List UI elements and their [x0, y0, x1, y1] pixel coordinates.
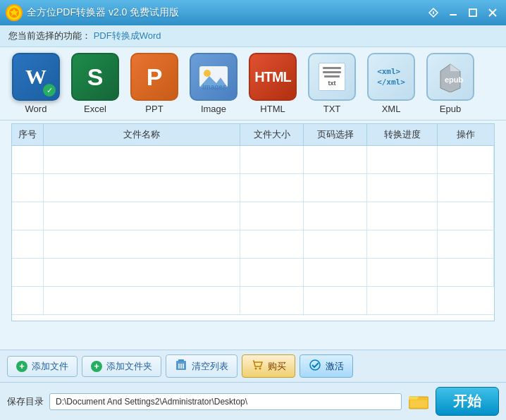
svg-point-21: [255, 368, 257, 370]
format-word[interactable]: W ✓ Word: [8, 53, 63, 114]
svg-rect-26: [410, 400, 427, 407]
table-empty-cell: [240, 146, 304, 174]
html-label: HTML: [260, 104, 285, 114]
image-icon-box[interactable]: images: [190, 53, 237, 101]
clear-list-button[interactable]: 清空列表: [166, 354, 237, 378]
word-icon-box[interactable]: W ✓: [12, 53, 60, 101]
table-empty-cell: [367, 230, 438, 259]
txt-icon-box[interactable]: txt: [308, 53, 356, 101]
table-empty-rows: [12, 146, 494, 315]
format-xml[interactable]: <xml> </xml> XML: [364, 53, 419, 114]
table-empty-cell: [240, 174, 304, 202]
svg-point-10: [204, 70, 211, 77]
start-label: 开始: [453, 393, 481, 409]
file-table: 序号 文件名称 文件大小 页码选择 转换进度 操作: [11, 123, 495, 321]
activate-label: 激活: [326, 360, 344, 373]
table-empty-cell: [12, 259, 44, 287]
table-empty-cell: [240, 202, 304, 230]
table-empty-cell: [12, 174, 44, 202]
col-filename: 文件名称: [44, 124, 240, 145]
svg-point-23: [310, 360, 320, 370]
ppt-icon-box[interactable]: P: [130, 53, 178, 101]
txt-line3: [324, 75, 340, 78]
svg-rect-6: [469, 9, 476, 16]
table-empty-cell: [367, 146, 438, 174]
buy-icon: [251, 359, 264, 373]
bottom-buttons: + 添加文件 + 添加文件夹 清空列表: [0, 350, 506, 382]
browse-folder-button[interactable]: [407, 392, 430, 412]
activate-button[interactable]: 激活: [300, 354, 353, 378]
col-number: 序号: [12, 124, 44, 145]
ppt-label: PPT: [145, 104, 163, 114]
table-empty-cell: [438, 174, 494, 202]
epub-svg: epub: [435, 61, 466, 92]
word-letter: W: [25, 66, 47, 87]
table-empty-cell: [304, 202, 367, 230]
xml-tag-open: <xml>: [377, 67, 405, 76]
title-bar: 全方位PDF转换器 v2.0 免费试用版: [0, 0, 506, 25]
selection-bar: 您当前选择的功能： PDF转换成Word: [0, 25, 506, 47]
title-bar-controls: [426, 5, 500, 20]
format-image[interactable]: images Image: [186, 53, 241, 114]
epub-icon-box[interactable]: epub: [426, 53, 474, 101]
table-empty-cell: [44, 230, 240, 259]
add-file-label: 添加文件: [32, 360, 68, 373]
table-empty-cell: [438, 259, 494, 287]
txt-label: TXT: [323, 104, 341, 114]
add-folder-label: 添加文件夹: [106, 360, 152, 373]
col-progress: 转换进度: [367, 124, 438, 145]
buy-button[interactable]: 购买: [242, 354, 295, 378]
table-empty-cell: [304, 146, 367, 174]
format-icons-area: W ✓ Word S Excel P PPT: [0, 47, 506, 121]
svg-point-22: [259, 368, 261, 370]
table-empty-cell: [367, 287, 438, 315]
word-check-icon: ✓: [43, 84, 56, 97]
svg-rect-17: [178, 359, 184, 362]
window-title: 全方位PDF转换器 v2.0 免费试用版: [27, 6, 179, 19]
format-epub[interactable]: epub Epub: [423, 53, 478, 114]
add-folder-button[interactable]: + 添加文件夹: [82, 356, 161, 377]
minimize-button[interactable]: [445, 5, 461, 20]
table-empty-cell: [438, 287, 494, 315]
excel-icon-box[interactable]: S: [71, 53, 119, 101]
table-empty-cell: [304, 259, 367, 287]
ppt-p-letter: P: [147, 63, 163, 91]
save-path-input[interactable]: [49, 393, 402, 410]
buy-label: 购买: [268, 360, 286, 373]
table-empty-cell: [12, 230, 44, 259]
close-button[interactable]: [485, 5, 500, 20]
selection-label: 您当前选择的功能：: [8, 30, 91, 41]
table-empty-cell: [44, 146, 240, 174]
txt-label-small: txt: [328, 80, 336, 87]
table-body: [12, 146, 494, 321]
table-empty-cell: [304, 287, 367, 315]
html-icon-box[interactable]: HTML: [249, 53, 297, 101]
start-button[interactable]: 开始: [436, 387, 499, 416]
add-file-button[interactable]: + 添加文件: [7, 356, 78, 377]
format-txt[interactable]: txt TXT: [304, 53, 359, 114]
svg-text:images: images: [202, 83, 227, 90]
pin-button[interactable]: [426, 5, 441, 20]
format-excel[interactable]: S Excel: [68, 53, 123, 114]
image-svg-icon: images: [198, 63, 229, 90]
col-action: 操作: [438, 124, 494, 145]
word-label: Word: [25, 104, 47, 114]
table-empty-cell: [240, 287, 304, 315]
bottom-path-area: 保存目录 开始: [0, 382, 506, 420]
table-empty-cell: [438, 202, 494, 230]
col-pages: 页码选择: [304, 124, 367, 145]
activate-icon: [309, 359, 321, 373]
table-empty-cell: [44, 287, 240, 315]
format-html[interactable]: HTML HTML: [245, 53, 300, 114]
table-empty-cell: [44, 202, 240, 230]
table-empty-cell: [12, 146, 44, 174]
table-empty-cell: [44, 174, 240, 202]
table-empty-cell: [240, 230, 304, 259]
xml-icon-box[interactable]: <xml> </xml>: [367, 53, 415, 101]
svg-text:epub: epub: [445, 75, 464, 84]
format-ppt[interactable]: P PPT: [127, 53, 182, 114]
restore-button[interactable]: [465, 5, 481, 20]
txt-doc-icon: txt: [319, 63, 345, 91]
table-section: 序号 文件名称 文件大小 页码选择 转换进度 操作: [0, 121, 506, 350]
selection-value: PDF转换成Word: [94, 30, 161, 41]
